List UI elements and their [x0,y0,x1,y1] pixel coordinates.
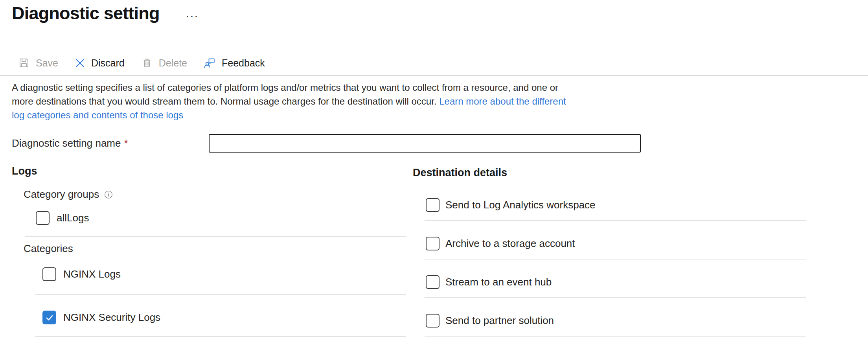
name-label-text: Diagnostic setting name [12,137,121,149]
event-hub-row: Stream to an event hub [426,275,552,289]
archive-to-storage-checkbox[interactable] [426,237,440,250]
categories-label: Categories [24,243,73,255]
categories-text: Categories [24,243,73,255]
storage-account-row: Archive to a storage account [426,237,575,250]
nginx-security-logs-label: NGINX Security Logs [63,311,160,324]
divider [25,236,406,237]
archive-to-storage-label: Archive to a storage account [445,237,575,250]
category-groups-label: Category groups [24,188,113,201]
category-groups-text: Category groups [24,188,99,201]
nginx-security-logs-checkbox[interactable] [42,311,56,324]
discard-label: Discard [91,57,125,69]
nginx-security-logs-row: NGINX Security Logs [42,311,160,324]
page-title: Diagnostic setting [12,3,160,24]
feedback-button[interactable]: Feedback [203,55,266,71]
more-options-button[interactable]: ··· [185,10,201,23]
divider [425,336,806,337]
save-button[interactable]: Save [17,55,59,70]
save-label: Save [36,57,58,69]
destination-details-heading: Destination details [413,167,507,179]
name-field-label: Diagnostic setting name* [12,134,128,153]
send-to-log-analytics-checkbox[interactable] [426,198,440,212]
send-to-partner-checkbox[interactable] [426,314,440,328]
stream-to-event-hub-checkbox[interactable] [426,275,440,289]
diagnostic-setting-name-input[interactable] [209,134,641,153]
feedback-label: Feedback [222,57,265,69]
send-to-log-analytics-label: Send to Log Analytics workspace [445,199,596,211]
divider [35,336,406,337]
delete-label: Delete [159,57,187,69]
alllogs-row: allLogs [36,211,89,225]
required-asterisk: * [124,137,128,149]
alllogs-label: allLogs [57,212,89,224]
divider [425,259,806,259]
alllogs-checkbox[interactable] [36,211,50,225]
partner-solution-row: Send to partner solution [426,314,554,328]
description-text: A diagnostic setting specifies a list of… [12,81,577,122]
feedback-icon [204,57,216,69]
delete-button[interactable]: Delete [140,55,188,70]
discard-x-icon [75,58,85,68]
send-to-partner-label: Send to partner solution [445,315,554,327]
save-icon [18,57,30,69]
logs-heading: Logs [12,165,37,177]
info-icon[interactable] [104,190,113,199]
nginx-logs-checkbox[interactable] [42,267,56,281]
command-bar: Save Discard Delete [17,53,266,73]
stream-to-event-hub-label: Stream to an event hub [445,276,552,288]
discard-button[interactable]: Discard [74,56,125,70]
diagnostic-setting-page: Diagnostic setting ··· Save Discard [0,0,868,357]
trash-icon [141,57,153,69]
divider [425,220,806,221]
ellipsis-icon: ··· [186,12,199,21]
divider [35,294,406,295]
log-analytics-row: Send to Log Analytics workspace [426,198,596,212]
nginx-logs-row: NGINX Logs [42,267,121,281]
divider [425,297,806,298]
nginx-logs-label: NGINX Logs [63,268,121,280]
toolbar-separator [0,75,868,76]
